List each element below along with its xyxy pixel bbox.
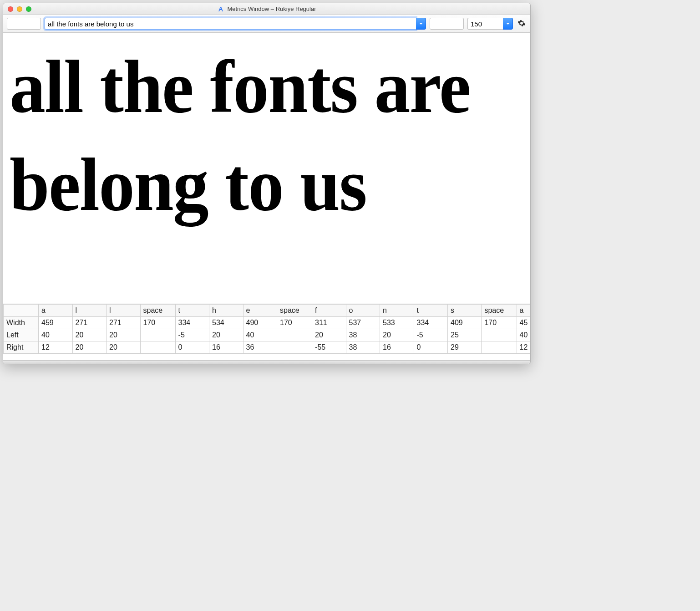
metrics-row-left: Left 40 20 20 -5 20 40 20 38 20 -5 25 40 <box>4 329 531 341</box>
metric-cell[interactable]: 170 <box>140 317 175 329</box>
app-icon <box>217 5 224 13</box>
metric-cell[interactable]: -55 <box>312 341 346 354</box>
metric-cell[interactable] <box>277 329 312 341</box>
metric-cell[interactable]: 40 <box>517 329 530 341</box>
metric-cell[interactable] <box>482 341 517 354</box>
metric-cell[interactable]: 271 <box>72 317 106 329</box>
glyph-col-header[interactable]: n <box>380 305 414 317</box>
metric-cell[interactable]: 40 <box>39 329 72 341</box>
metric-cell[interactable]: 20 <box>107 329 140 341</box>
app-window: Metrics Window – Rukiye Regular <box>3 3 531 364</box>
metric-cell[interactable]: 334 <box>414 317 447 329</box>
metric-cell[interactable] <box>277 341 312 354</box>
glyph-preview[interactable]: all the fonts are belong to us <box>3 33 530 304</box>
metrics-header-row: a l l space t h e space f o n t s space … <box>4 305 531 317</box>
glyph-col-header[interactable]: l <box>72 305 106 317</box>
chevron-down-icon <box>506 20 510 27</box>
metric-cell[interactable]: 20 <box>72 329 106 341</box>
metric-cell[interactable]: 170 <box>277 317 312 329</box>
metric-cell[interactable]: 311 <box>312 317 346 329</box>
zoom-icon[interactable] <box>26 6 31 12</box>
glyph-col-header[interactable]: h <box>209 305 243 317</box>
size-dropdown[interactable] <box>503 18 513 30</box>
minimize-icon[interactable] <box>17 6 22 12</box>
settings-button[interactable] <box>517 19 527 29</box>
glyph-col-header[interactable]: f <box>312 305 346 317</box>
metric-cell[interactable] <box>482 329 517 341</box>
metrics-row-right: Right 12 20 20 0 16 36 -55 38 16 0 29 12 <box>4 341 531 354</box>
gear-icon <box>517 19 526 29</box>
glyph-col-header[interactable]: a <box>39 305 72 317</box>
metric-cell[interactable]: 16 <box>209 341 243 354</box>
glyph-col-header[interactable]: s <box>447 305 481 317</box>
glyph-col-header[interactable]: space <box>277 305 312 317</box>
sample-text-input[interactable] <box>45 18 416 30</box>
row-label: Right <box>4 341 39 354</box>
toolbar <box>3 15 530 33</box>
window-controls <box>3 6 31 12</box>
size-combo <box>467 18 513 30</box>
metric-cell[interactable]: 533 <box>380 317 414 329</box>
glyph-col-header[interactable]: a <box>517 305 530 317</box>
glyph-col-header[interactable]: space <box>482 305 517 317</box>
glyph-col-header[interactable]: t <box>414 305 447 317</box>
metric-cell[interactable]: 334 <box>175 317 209 329</box>
preview-text: all the fonts are belong to us <box>10 37 524 234</box>
metric-cell[interactable]: 12 <box>39 341 72 354</box>
metric-cell[interactable]: 20 <box>72 341 106 354</box>
metric-cell[interactable]: 38 <box>346 341 380 354</box>
metric-cell[interactable]: 20 <box>380 329 414 341</box>
chevron-down-icon <box>419 20 423 27</box>
metric-cell[interactable]: 409 <box>447 317 481 329</box>
metric-cell[interactable]: 20 <box>209 329 243 341</box>
close-icon[interactable] <box>8 6 13 12</box>
metric-cell[interactable]: 20 <box>107 341 140 354</box>
window-title: Metrics Window – Rukiye Regular <box>3 5 530 13</box>
left-small-field[interactable] <box>7 18 41 30</box>
glyph-col-header[interactable]: t <box>175 305 209 317</box>
metric-cell[interactable]: 20 <box>312 329 346 341</box>
window-bottom-chrome <box>3 360 530 364</box>
row-label: Width <box>4 317 39 329</box>
sample-text-dropdown[interactable] <box>416 18 426 30</box>
right-small-field[interactable] <box>430 18 464 30</box>
glyph-col-header[interactable]: e <box>243 305 277 317</box>
metric-cell[interactable]: 534 <box>209 317 243 329</box>
metrics-panel: a l l space t h e space f o n t s space … <box>3 304 530 360</box>
metric-cell[interactable]: 459 <box>39 317 72 329</box>
metric-cell[interactable]: 490 <box>243 317 277 329</box>
metric-cell[interactable]: 0 <box>175 341 209 354</box>
metric-cell[interactable]: 16 <box>380 341 414 354</box>
metrics-row-width: Width 459 271 271 170 334 534 490 170 31… <box>4 317 531 329</box>
size-input[interactable] <box>467 18 503 30</box>
metric-cell[interactable]: 38 <box>346 329 380 341</box>
metric-cell[interactable] <box>140 329 175 341</box>
metric-cell[interactable]: 36 <box>243 341 277 354</box>
glyph-col-header[interactable]: l <box>107 305 140 317</box>
metric-cell[interactable]: 45 <box>517 317 530 329</box>
row-label: Left <box>4 329 39 341</box>
metric-cell[interactable]: 170 <box>482 317 517 329</box>
metric-cell[interactable]: 29 <box>447 341 481 354</box>
metric-cell[interactable]: 537 <box>346 317 380 329</box>
metric-cell[interactable]: 40 <box>243 329 277 341</box>
metric-cell[interactable]: 12 <box>517 341 530 354</box>
glyph-col-header[interactable]: space <box>140 305 175 317</box>
metric-cell[interactable] <box>140 341 175 354</box>
metric-cell[interactable]: -5 <box>175 329 209 341</box>
titlebar: Metrics Window – Rukiye Regular <box>3 3 530 15</box>
sample-text-combo <box>45 18 426 30</box>
metric-cell[interactable]: 271 <box>107 317 140 329</box>
metrics-corner-cell <box>4 305 39 317</box>
window-title-text: Metrics Window – Rukiye Regular <box>227 5 316 12</box>
metric-cell[interactable]: 25 <box>447 329 481 341</box>
metrics-footer-spacer <box>3 354 530 360</box>
metrics-table[interactable]: a l l space t h e space f o n t s space … <box>3 304 530 354</box>
metric-cell[interactable]: -5 <box>414 329 447 341</box>
glyph-col-header[interactable]: o <box>346 305 380 317</box>
metric-cell[interactable]: 0 <box>414 341 447 354</box>
